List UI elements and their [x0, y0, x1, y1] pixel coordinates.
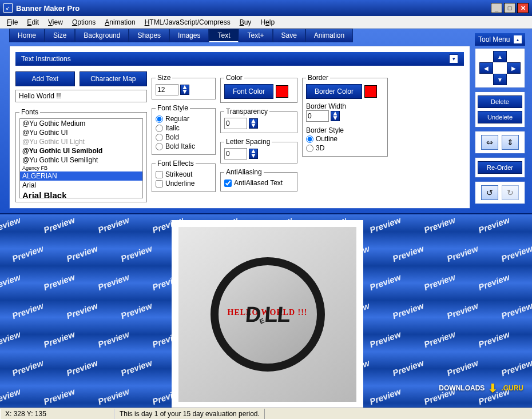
- borderwidth-label: Border Width: [306, 102, 384, 110]
- tab-background[interactable]: Background: [75, 29, 129, 42]
- radio-bolditalic[interactable]: Bold Italic: [156, 142, 212, 151]
- redo-button[interactable]: ↻: [502, 185, 519, 200]
- status-message: This is day 1 of your 15 day evaluation …: [114, 409, 265, 419]
- menu-help[interactable]: Help: [256, 17, 279, 27]
- text-input[interactable]: [15, 90, 147, 102]
- font-item[interactable]: @Yu Gothic UI Light: [20, 137, 142, 146]
- radio-3d[interactable]: 3D: [306, 143, 384, 153]
- color-label: Color: [224, 74, 244, 82]
- banner-canvas[interactable]: HELLO WORLD !!! DELL: [172, 220, 363, 408]
- watermark: DOWNLOADS⬇.GURU: [439, 381, 523, 395]
- radio-bold[interactable]: Bold: [156, 133, 212, 142]
- font-color-swatch[interactable]: [276, 85, 288, 98]
- menu-buy[interactable]: Buy: [235, 17, 256, 27]
- titlebar: ↙ Banner Maker Pro _ □ ✕: [0, 0, 532, 16]
- menu-html[interactable]: HTML/JavaScript/Compress: [140, 17, 235, 27]
- preview-area[interactable]: PreviewPreviewPreviewPreviewPreviewPrevi…: [0, 213, 532, 408]
- statusbar: X: 328 Y: 135 This is day 1 of your 15 d…: [0, 408, 532, 419]
- tab-textplus[interactable]: Text+: [239, 29, 272, 42]
- close-button[interactable]: ✕: [517, 3, 529, 13]
- app-icon: ↙: [3, 3, 13, 13]
- size-spinner[interactable]: ▲▼: [180, 85, 189, 95]
- tab-images[interactable]: Images: [169, 29, 209, 42]
- radio-outline[interactable]: Outline: [306, 134, 384, 143]
- menu-options[interactable]: Options: [68, 17, 100, 27]
- tab-shapes[interactable]: Shapes: [129, 29, 169, 42]
- maximize-button[interactable]: □: [504, 3, 515, 13]
- check-antialiased[interactable]: AntiAliased Text: [224, 178, 293, 187]
- expand-icon[interactable]: ▾: [449, 54, 458, 63]
- tool-menu: Tool Menu ▴ ▲ ◀▶ ▼ Delete Undelete ⇔ ⇕ R…: [475, 33, 525, 213]
- tab-row: Home Size Background Shapes Images Text …: [0, 29, 470, 42]
- menu-view[interactable]: View: [43, 17, 68, 27]
- font-color-button[interactable]: Font Color: [224, 84, 273, 99]
- dpad-up[interactable]: ▲: [493, 51, 507, 62]
- reorder-button[interactable]: Re-Order: [478, 161, 522, 174]
- transparency-input[interactable]: [224, 118, 247, 129]
- undo-button[interactable]: ↺: [481, 185, 498, 200]
- font-list[interactable]: @Yu Gothic Medium @Yu Gothic UI @Yu Goth…: [19, 118, 143, 198]
- fontstyle-label: Font Style: [156, 104, 190, 112]
- fonts-label: Fonts: [19, 108, 40, 116]
- font-item[interactable]: @Yu Gothic UI: [20, 128, 142, 137]
- collapse-icon[interactable]: ▴: [514, 35, 522, 43]
- border-color-button[interactable]: Border Color: [306, 84, 362, 99]
- add-text-button[interactable]: Add Text: [15, 71, 75, 86]
- check-strikeout[interactable]: Strikeout: [156, 170, 212, 179]
- dpad-left[interactable]: ◀: [479, 62, 493, 74]
- font-item[interactable]: Arial: [20, 181, 142, 190]
- font-item[interactable]: @Yu Gothic Medium: [20, 119, 142, 128]
- instructions-label: Text Instructions: [21, 55, 71, 63]
- menu-animation[interactable]: Animation: [100, 17, 140, 27]
- align-h-button[interactable]: ⇔: [481, 135, 498, 150]
- font-item[interactable]: @Yu Gothic UI Semibold: [20, 146, 142, 155]
- undelete-button[interactable]: Undelete: [478, 111, 522, 123]
- minimize-button[interactable]: _: [491, 3, 502, 13]
- radio-italic[interactable]: Italic: [156, 123, 212, 133]
- delete-button[interactable]: Delete: [478, 95, 522, 108]
- transparency-label: Transparency: [224, 107, 269, 115]
- tab-save[interactable]: Save: [273, 29, 305, 42]
- tab-home[interactable]: Home: [9, 29, 45, 42]
- menu-file[interactable]: File: [2, 17, 22, 27]
- transparency-spinner[interactable]: ▲▼: [249, 118, 258, 129]
- tab-text[interactable]: Text: [209, 29, 239, 42]
- app-title: Banner Maker Pro: [16, 4, 80, 13]
- tab-animation[interactable]: Animation: [305, 29, 353, 42]
- dell-logo: HELLO WORLD !!! DELL: [211, 257, 325, 372]
- character-map-button[interactable]: Character Map: [80, 71, 147, 86]
- antialiasing-label: AntiAliasing: [224, 168, 264, 176]
- font-item[interactable]: Agency FB: [20, 165, 142, 171]
- menubar: File Edit View Options Animation HTML/Ja…: [0, 16, 532, 29]
- font-item-selected[interactable]: ALGERIAN: [20, 171, 142, 181]
- tab-size[interactable]: Size: [45, 29, 75, 42]
- font-item[interactable]: Arial Black: [20, 190, 142, 198]
- border-color-swatch[interactable]: [364, 85, 377, 98]
- borderwidth-input[interactable]: [306, 110, 329, 122]
- align-v-button[interactable]: ⇕: [502, 135, 519, 150]
- border-label: Border: [306, 74, 330, 82]
- letterspacing-label: Letter Spacing: [224, 138, 272, 146]
- borderstyle-label: Border Style: [306, 126, 384, 134]
- font-item[interactable]: @Yu Gothic UI Semilight: [20, 155, 142, 165]
- borderwidth-spinner[interactable]: ▲▼: [331, 111, 340, 121]
- letterspacing-input[interactable]: [224, 148, 247, 159]
- fonteffects-label: Font Effects: [156, 159, 196, 167]
- size-input[interactable]: [156, 84, 178, 95]
- size-label: Size: [156, 74, 172, 82]
- radio-regular[interactable]: Regular: [156, 114, 212, 123]
- status-coords: X: 328 Y: 135: [0, 409, 114, 419]
- dpad-down[interactable]: ▼: [493, 74, 507, 85]
- check-underline[interactable]: Underline: [156, 179, 212, 188]
- dpad-right[interactable]: ▶: [507, 62, 521, 74]
- menu-edit[interactable]: Edit: [22, 17, 43, 27]
- instructions-bar[interactable]: Text Instructions ▾: [15, 52, 464, 66]
- letterspacing-spinner[interactable]: ▲▼: [249, 149, 258, 159]
- tool-menu-header[interactable]: Tool Menu ▴: [475, 33, 525, 46]
